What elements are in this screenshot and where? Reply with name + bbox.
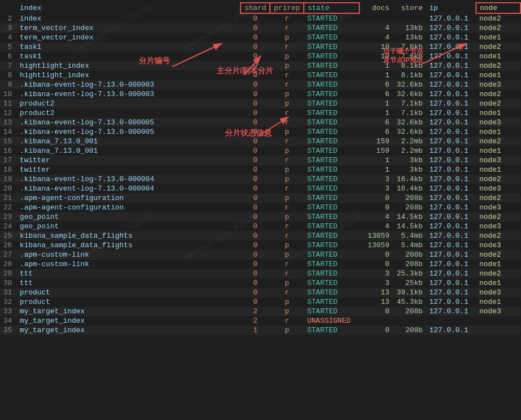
cell-node: node3: [476, 118, 520, 127]
table-row: 10 .kibana-event-log-7.13.0-000003 0 p S…: [0, 89, 520, 99]
table-row: 34 my_target_index 2 r UNASSIGNED: [0, 316, 520, 326]
cell-num: 20: [0, 184, 17, 193]
cell-ip: 127.0.0.1: [426, 71, 476, 80]
cell-docs: 6: [359, 127, 393, 137]
cell-shard: 0: [241, 23, 270, 33]
cell-ip: 127.0.0.1: [426, 52, 476, 61]
cell-prirep: r: [270, 231, 304, 241]
cell-docs: 1: [359, 71, 393, 80]
cell-shard: 2: [241, 316, 270, 326]
cell-shard: 0: [241, 297, 270, 307]
cell-docs: 4: [359, 222, 393, 231]
cell-state: STARTED: [304, 184, 359, 193]
cell-ip: 127.0.0.1: [426, 118, 476, 127]
cell-ip: 127.0.0.1: [426, 146, 476, 156]
cell-shard: 0: [241, 212, 270, 222]
cell-docs: 1: [359, 165, 393, 174]
cell-node: node2: [476, 99, 520, 108]
cell-shard: 0: [241, 222, 270, 231]
cell-docs: 4: [359, 212, 393, 222]
cell-num: 4: [0, 33, 17, 42]
cell-store: 7.1kb: [393, 99, 426, 108]
cell-num: 30: [0, 278, 17, 288]
table-row: 30 ttt 0 p STARTED 3 25kb 127.0.0.1 node…: [0, 278, 520, 288]
cell-prirep: p: [270, 212, 304, 222]
table-row: 29 ttt 0 r STARTED 3 25.3kb 127.0.0.1 no…: [0, 269, 520, 278]
cell-store: 25.3kb: [393, 269, 426, 278]
cell-state: STARTED: [304, 297, 359, 307]
cell-ip: 127.0.0.1: [426, 99, 476, 108]
header-node: node: [476, 3, 520, 13]
cell-prirep: p: [270, 33, 304, 42]
shards-table: index shard prirep state docs store ip n…: [0, 2, 521, 335]
cell-index: my_target_index: [17, 326, 241, 335]
cell-docs: 4: [359, 23, 393, 33]
cell-num: 13: [0, 118, 17, 127]
cell-store: 208b: [393, 193, 426, 203]
annotation-shard: 分片编号: [139, 56, 170, 66]
cell-store: 208b: [393, 203, 426, 212]
cell-index: .kibana_7.13.0_001: [17, 137, 241, 146]
cell-node: node1: [476, 146, 520, 156]
table-row: 35 my_target_index 1 p STARTED 0 208b 12…: [0, 326, 520, 335]
header-prirep: prirep: [270, 3, 304, 13]
cell-prirep: r: [270, 316, 304, 326]
header-store: store: [393, 3, 426, 13]
cell-store: 208b: [393, 259, 426, 269]
cell-docs: 0: [359, 203, 393, 212]
cell-num: 18: [0, 165, 17, 174]
cell-state: STARTED: [304, 137, 359, 146]
cell-prirep: r: [270, 13, 304, 23]
cell-docs: 6: [359, 80, 393, 89]
cell-ip: 127.0.0.1: [426, 269, 476, 278]
cell-ip: 127.0.0.1: [426, 13, 476, 23]
cell-shard: 0: [241, 137, 270, 146]
cell-index: .kibana-event-log-7.13.0-000004: [17, 184, 241, 193]
cell-num: 8: [0, 71, 17, 80]
cell-shard: 0: [241, 193, 270, 203]
cell-index: .kibana-event-log-7.13.0-000003: [17, 80, 241, 89]
table-row: 17 twitter 0 r STARTED 1 3kb 127.0.0.1 n…: [0, 156, 520, 165]
cell-store: 14.5kb: [393, 212, 426, 222]
cell-prirep: p: [270, 193, 304, 203]
table-row: 9 .kibana-event-log-7.13.0-000003 0 r ST…: [0, 80, 520, 89]
cell-prirep: r: [270, 71, 304, 80]
cell-state: STARTED: [304, 269, 359, 278]
cell-store: 8.1kb: [393, 71, 426, 80]
cell-node: node3: [476, 80, 520, 89]
cell-docs: 13059: [359, 241, 393, 250]
cell-ip: 127.0.0.1: [426, 165, 476, 174]
header-shard: shard: [241, 3, 270, 13]
annotation-node: 位于哪个节点及节点IP地址: [383, 47, 423, 64]
cell-num: 27: [0, 250, 17, 259]
cell-state: STARTED: [304, 250, 359, 259]
cell-state: STARTED: [304, 174, 359, 184]
cell-ip: 127.0.0.1: [426, 137, 476, 146]
cell-index: geo_point: [17, 212, 241, 222]
cell-num: 24: [0, 222, 17, 231]
cell-index: geo_point: [17, 222, 241, 231]
cell-node: node2: [476, 61, 520, 71]
cell-num: 21: [0, 193, 17, 203]
cell-num: 22: [0, 203, 17, 212]
cell-state: STARTED: [304, 52, 359, 61]
cell-state: STARTED: [304, 61, 359, 71]
cell-ip: 127.0.0.1: [426, 297, 476, 307]
cell-prirep: p: [270, 174, 304, 184]
cell-ip: 127.0.0.1: [426, 326, 476, 335]
cell-state: UNASSIGNED: [304, 316, 359, 326]
cell-docs: 1: [359, 108, 393, 118]
cell-store: 39.1kb: [393, 288, 426, 297]
cell-state: STARTED: [304, 307, 359, 316]
cell-ip: 127.0.0.1: [426, 241, 476, 250]
cell-docs: 3: [359, 269, 393, 278]
cell-shard: 0: [241, 231, 270, 241]
table-row: 2 index 0 r STARTED 127.0.0.1 node2: [0, 13, 520, 23]
cell-store: [393, 316, 426, 326]
cell-prirep: r: [270, 156, 304, 165]
cell-shard: 0: [241, 80, 270, 89]
cell-num: 23: [0, 212, 17, 222]
cell-store: 32.6kb: [393, 80, 426, 89]
cell-state: STARTED: [304, 42, 359, 52]
cell-shard: 0: [241, 241, 270, 250]
